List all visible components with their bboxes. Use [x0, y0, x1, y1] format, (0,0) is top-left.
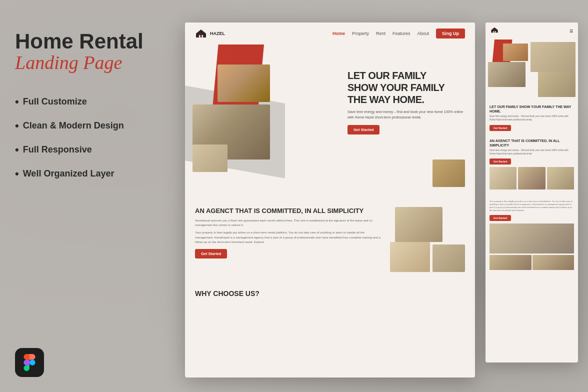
mobile-agency-images	[490, 167, 574, 190]
mobile-agency-image-1	[490, 167, 516, 190]
mobile-hero-image-side-1	[530, 42, 576, 72]
mobile-agency-subtext: Save time energy and money – find and bo…	[490, 149, 574, 156]
agency-image-2	[390, 242, 430, 272]
mobile-hero-headline: LET OUR FAMILY SHOW YOUR FAMILY THE WAY …	[490, 104, 574, 114]
mobile-section-3-cta[interactable]: Get Started	[490, 215, 511, 221]
left-panel: Home Rental Landing Page Full Customize …	[15, 30, 175, 192]
mobile-section-3-para: Your property is then legally put online…	[490, 200, 574, 212]
desktop-section-agency: AN AGENCT THAT IS COMMITTED, IN ALL SIMP…	[185, 194, 475, 282]
nav-link-features[interactable]: Features	[392, 31, 410, 36]
hero-image-3	[192, 144, 228, 172]
agency-image-3	[432, 244, 465, 272]
mobile-agency-headline: AN AGENCT THAT IS COMMITTED, IN ALL SIMP…	[490, 138, 574, 148]
nav-links: Home Property Rent Features About Sing U…	[332, 28, 465, 38]
mobile-agency-image-2	[518, 167, 545, 190]
mobile-section-3: Your property is then legally put online…	[486, 194, 578, 274]
mobile-mockup: ≡ LET OUR FAMILY SHOW YOUR FAMILY THE WA…	[486, 22, 578, 362]
hero-headline: LET OUR FAMILY SHOW YOUR FAMILY THE WAY …	[348, 70, 465, 106]
mobile-hero-image-side-2	[538, 72, 576, 97]
nav-logo: HAZEL	[195, 28, 225, 38]
mobile-row-image-2	[532, 255, 574, 270]
feature-item-1: Full Customize	[15, 96, 175, 108]
nav-link-property[interactable]: Property	[352, 31, 369, 36]
title-main: Home Rental	[15, 30, 175, 53]
agency-headline: AN AGENCT THAT IS COMMITTED, IN ALL SIMP…	[195, 207, 382, 216]
agency-para-2: Your property is then legally put online…	[195, 230, 382, 245]
agency-images	[390, 207, 465, 272]
desktop-nav: HAZEL Home Property Rent Features About …	[185, 22, 475, 44]
agency-image-1	[395, 207, 442, 242]
agency-para-1: Homehazel assures you a fixed rent guara…	[195, 218, 382, 228]
hero-small-image	[432, 160, 465, 187]
mobile-row-images	[490, 255, 574, 270]
figma-icon	[15, 348, 44, 377]
mobile-hero-image-2	[488, 62, 526, 87]
mobile-hero-subtext: Save time energy and money – find and bo…	[490, 115, 574, 122]
title-script: Landing Page	[15, 50, 175, 75]
why-headline: WHY CHOOSE US?	[195, 290, 465, 298]
features-list: Full Customize Clean & Modern Design Ful…	[15, 96, 175, 180]
desktop-hero: LET OUR FAMILY SHOW YOUR FAMILY THE WAY …	[185, 44, 475, 194]
feature-item-3: Full Responsive	[15, 144, 175, 156]
desktop-mockup: HAZEL Home Property Rent Features About …	[185, 22, 475, 378]
agency-cta-button[interactable]: Get Started	[195, 249, 227, 258]
mobile-hero-cta[interactable]: Get Started	[490, 125, 511, 131]
mobile-row-image-1	[490, 255, 532, 270]
mobile-nav-logo	[490, 26, 498, 36]
mobile-agency-cta[interactable]: Get Started	[490, 158, 511, 164]
desktop-section-why: WHY CHOOSE US?	[185, 282, 475, 305]
nav-cta-button[interactable]: Sing Up	[436, 28, 465, 38]
feature-item-2: Clean & Modern Design	[15, 120, 175, 132]
mobile-agency-image-3	[547, 167, 574, 190]
mobile-hero-text: LET OUR FAMILY SHOW YOUR FAMILY THE WAY …	[486, 100, 578, 136]
nav-link-about[interactable]: About	[417, 31, 429, 36]
hero-cta-button[interactable]: Get Started	[348, 125, 380, 134]
hero-text-block: LET OUR FAMILY SHOW YOUR FAMILY THE WAY …	[348, 70, 465, 134]
nav-link-home[interactable]: Home	[332, 31, 345, 36]
hamburger-icon[interactable]: ≡	[570, 28, 573, 34]
hero-subtext: Save time energy and money – find and bo…	[348, 110, 465, 120]
mobile-agency-section: AN AGENCT THAT IS COMMITTED, IN ALL SIMP…	[486, 136, 578, 195]
mobile-hero-image-1	[503, 44, 528, 61]
nav-logo-text: HAZEL	[210, 31, 225, 36]
mobile-nav: ≡	[486, 22, 578, 40]
mobile-hero	[486, 40, 578, 100]
hero-image-1	[218, 64, 270, 102]
nav-link-rent[interactable]: Rent	[376, 31, 386, 36]
agency-text: AN AGENCT THAT IS COMMITTED, IN ALL SIMP…	[195, 207, 382, 272]
mobile-large-image	[490, 224, 574, 254]
feature-item-4: Well Organized Layer	[15, 168, 175, 180]
